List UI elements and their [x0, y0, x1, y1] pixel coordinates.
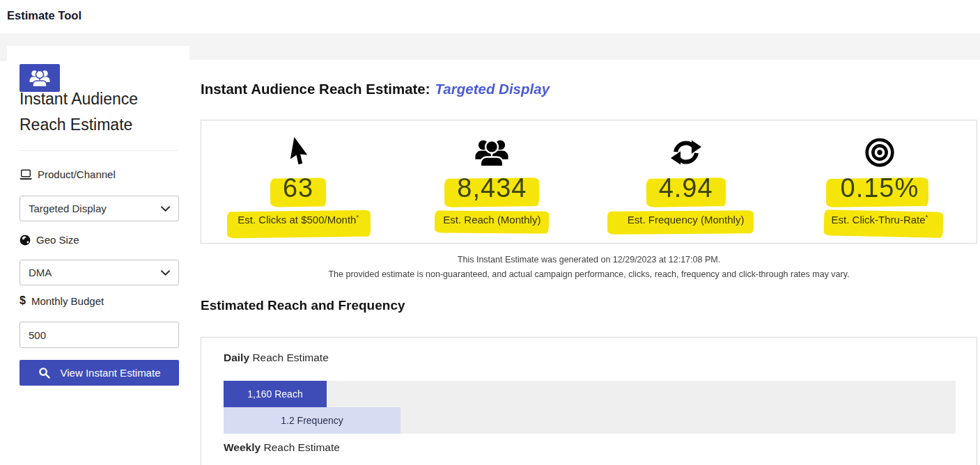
daily-frequency-bar: 1.2 Frequency: [224, 407, 400, 434]
sync-icon: [589, 136, 783, 169]
reach-frequency-heading: Estimated Reach and Frequency: [201, 298, 405, 313]
sidebar-title: Instant Audience Reach Estimate: [20, 86, 181, 138]
stat-reach-value: 8,434: [455, 173, 529, 203]
stat-clicks: 63 Est. Clicks at $500/Month*: [201, 120, 395, 243]
top-bar: Estimate Tool: [0, 0, 980, 33]
product-channel-value: Targeted Display: [29, 203, 107, 214]
chevron-down-icon: [161, 206, 170, 212]
users-icon: [29, 69, 51, 87]
daily-reach-bar: 1,160 Reach: [224, 381, 327, 407]
dollar-icon: $: [20, 294, 26, 307]
generated-note: This Instant Estimate was generated on 1…: [201, 255, 977, 265]
daily-bar-track: 1,160 Reach 1.2 Frequency: [224, 381, 956, 434]
geo-size-select[interactable]: DMA: [20, 260, 179, 285]
monthly-budget-input[interactable]: [20, 322, 179, 348]
main-content: Instant Audience Reach Estimate:Targeted…: [189, 60, 980, 465]
daily-reach-label: Daily Reach Estimate: [224, 352, 329, 364]
geo-size-label: Geo Size: [20, 234, 79, 246]
stat-ctr: 0.15% Est. Click-Thru-Rate*: [783, 120, 977, 243]
bullseye-icon: [783, 136, 977, 169]
heading-channel: Targeted Display: [435, 81, 550, 97]
disclaimer-note: The provided estimate is non-guaranteed,…: [201, 269, 977, 279]
chevron-down-icon: [161, 270, 170, 276]
geo-size-value: DMA: [29, 267, 52, 278]
stat-frequency-value: 4.94: [657, 173, 715, 203]
stat-frequency-label: Est. Frequency (Monthly): [628, 214, 745, 226]
globe-icon: [20, 235, 31, 246]
weekly-reach-label: Weekly Reach Estimate: [224, 441, 340, 454]
page-title: Estimate Tool: [7, 9, 81, 22]
view-instant-estimate-label: View Instant Estimate: [61, 367, 161, 379]
estimate-tool-page: Estimate Tool Instant Audience Reach Est…: [0, 0, 980, 465]
view-instant-estimate-button[interactable]: View Instant Estimate: [20, 360, 179, 386]
sidebar-divider: [20, 150, 179, 151]
stat-ctr-value: 0.15%: [839, 173, 921, 203]
stat-reach-label: Est. Reach (Monthly): [443, 214, 540, 226]
reach-frequency-card: Daily Reach Estimate 1,160 Reach 1.2 Fre…: [201, 337, 977, 465]
stat-clicks-label: Est. Clicks at $500/Month: [238, 214, 356, 226]
stat-frequency: 4.94 Est. Frequency (Monthly): [589, 120, 783, 243]
laptop-icon: [20, 169, 32, 180]
monthly-budget-label: $ Monthly Budget: [20, 294, 104, 307]
stat-reach: 8,434 Est. Reach (Monthly): [395, 120, 589, 243]
stat-ctr-label: Est. Click-Thru-Rate: [832, 214, 926, 226]
stats-card: 63 Est. Clicks at $500/Month*: [201, 120, 977, 244]
product-channel-label: Product/Channel: [20, 168, 116, 180]
main-heading: Instant Audience Reach Estimate:Targeted…: [201, 81, 550, 97]
users-icon: [395, 136, 589, 169]
cursor-icon: [201, 136, 395, 169]
sidebar-panel: Instant Audience Reach Estimate Product/…: [7, 46, 189, 465]
search-icon: [38, 367, 50, 379]
stat-clicks-value: 63: [281, 173, 316, 203]
product-channel-select[interactable]: Targeted Display: [20, 196, 179, 221]
